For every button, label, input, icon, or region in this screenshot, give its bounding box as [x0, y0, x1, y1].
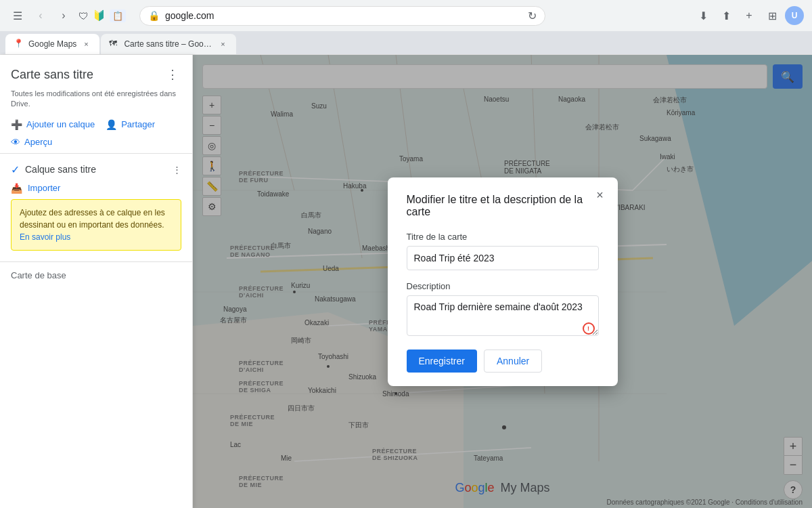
tab-google-maps[interactable]: 📍 Google Maps × [5, 34, 99, 54]
import-button[interactable]: 📥 Importer [11, 183, 60, 194]
download-button[interactable]: ⬇ [693, 5, 713, 26]
modal-close-button[interactable]: × [591, 186, 610, 205]
address-bar[interactable]: 🔒 google.com ↻ [139, 6, 545, 26]
info-link[interactable]: En savoir plus [20, 232, 70, 242]
lock-icon: 🔒 [148, 10, 160, 21]
title-label: Titre de la carte [407, 232, 599, 242]
forward-button[interactable]: › [54, 6, 73, 25]
description-form-group: Description Road Trip dernière semaine d… [407, 281, 599, 339]
tab-title-1: Google Maps [28, 39, 76, 49]
preview-label: Aperçu [24, 137, 52, 147]
sidebar-subtitle: Toutes les modifications ont été enregis… [0, 87, 192, 117]
add-layer-label: Ajouter un calque [26, 119, 95, 129]
tab-close-2[interactable]: × [217, 39, 228, 49]
tab-my-maps[interactable]: 🗺 Carte sans titre – Google My Maps × [101, 34, 236, 54]
import-icon: 📥 [11, 183, 22, 194]
browser-chrome: ☰ ‹ › 🛡 🔰 📋 🔒 google.com ↻ ⬇ ⬆ + ⊞ U 📍 G… [0, 0, 812, 55]
info-box: Ajoutez des adresses à ce calque en les … [11, 199, 181, 251]
tab-title-2: Carte sans titre – Google My Maps [124, 39, 213, 49]
reload-button[interactable]: ↻ [528, 9, 537, 22]
tab-close-1[interactable]: × [81, 39, 91, 49]
import-label: Importer [28, 183, 60, 193]
base-map-section: Carte de base [0, 261, 192, 288]
modal-actions: Enregistrer Annuler [407, 350, 599, 373]
grid-button[interactable]: ⊞ [762, 5, 782, 26]
avatar[interactable]: U [785, 6, 804, 25]
address-text: google.com [165, 10, 522, 21]
main-content: Carte sans titre ⋮ Toutes les modificati… [0, 55, 812, 508]
tab-favicon-2: 🗺 [109, 39, 120, 49]
layer-section: ✓ Calque sans titre ⋮ 📥 Importer Ajoutez… [0, 153, 192, 261]
layer-header: ✓ Calque sans titre ⋮ [0, 159, 192, 180]
checkmark-icon: ✓ [11, 163, 20, 176]
sidebar-title: Carte sans titre [11, 68, 93, 82]
tab-bar: 📍 Google Maps × 🗺 Carte sans titre – Goo… [0, 31, 812, 54]
modal-overlay: Modifier le titre et la description de l… [193, 55, 812, 508]
sidebar-header: Carte sans titre ⋮ [0, 55, 192, 87]
extension-icon: 📋 [110, 9, 126, 22]
window-controls: ☰ ‹ › [8, 6, 73, 25]
layer-title: Calque sans titre [25, 164, 167, 175]
char-indicator: ! [583, 322, 595, 335]
back-button[interactable]: ‹ [31, 6, 50, 25]
sidebar-actions: ➕ Ajouter un calque 👤 Partager [0, 117, 192, 135]
preview-button[interactable]: 👁 Aperçu [11, 137, 52, 148]
modal-title: Modifier le titre et la description de l… [407, 194, 599, 218]
cancel-button[interactable]: Annuler [484, 350, 542, 373]
eye-icon: 👁 [11, 137, 20, 148]
edit-map-modal: Modifier le titre et la description de l… [388, 177, 618, 386]
layer-menu-button[interactable]: ⋮ [173, 165, 181, 175]
title-form-group: Titre de la carte [407, 232, 599, 270]
share-button[interactable]: ⬆ [716, 5, 736, 26]
vpn-icon: 🔰 [93, 9, 106, 22]
tab-favicon-1: 📍 [14, 39, 24, 49]
description-wrapper: Road Trip dernière semaine d'août 2023 ! [407, 295, 599, 339]
char-warning-text: ! [587, 325, 589, 332]
save-button[interactable]: Enregistrer [407, 350, 477, 373]
map-container[interactable]: Walima Suzu Toyama Hakuba 白馬市 Toidawake … [193, 55, 812, 508]
toolbar-right: ⬇ ⬆ + ⊞ U [693, 5, 804, 26]
share-icon: 👤 [106, 119, 117, 130]
title-bar: ☰ ‹ › 🛡 🔰 📋 🔒 google.com ↻ ⬇ ⬆ + ⊞ U [0, 0, 812, 31]
base-map-title: Carte de base [11, 270, 66, 280]
add-layer-icon: ➕ [11, 119, 22, 130]
description-textarea[interactable]: Road Trip dernière semaine d'août 2023 [407, 295, 599, 336]
title-input[interactable] [407, 246, 599, 270]
info-text: Ajoutez des adresses à ce calque en les … [20, 208, 165, 230]
add-layer-button[interactable]: ➕ Ajouter un calque [11, 119, 95, 130]
share-label: Partager [121, 119, 155, 129]
sidebar-toggle-button[interactable]: ☰ [8, 6, 27, 25]
sidebar-menu-button[interactable]: ⋮ [164, 64, 181, 85]
sidebar: Carte sans titre ⋮ Toutes les modificati… [0, 55, 193, 508]
description-label: Description [407, 281, 599, 291]
shield-icon: 🛡 [78, 10, 89, 22]
new-tab-button[interactable]: + [739, 5, 759, 26]
share-button[interactable]: 👤 Partager [106, 119, 155, 130]
